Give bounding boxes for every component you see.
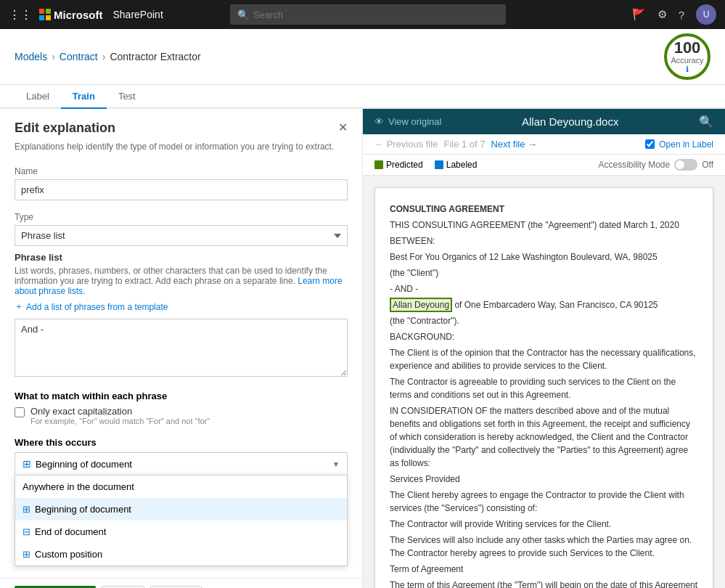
end-icon: ⊟	[22, 526, 30, 537]
panel-title: Edit explanation	[15, 121, 115, 136]
flag-icon[interactable]: 🚩	[632, 8, 646, 21]
search-icon: 🔍	[237, 9, 249, 20]
custom-label: Custom position	[35, 549, 102, 560]
phrase-textarea[interactable]: And -	[15, 319, 348, 377]
where-dropdown-selected[interactable]: ⊞ Beginning of document ▼	[15, 453, 347, 475]
learn-more-link[interactable]: Learn more about phrase lists.	[15, 276, 343, 296]
file-info: File 1 of 7	[443, 139, 485, 150]
accuracy-value: 100	[674, 40, 701, 56]
open-in-label[interactable]: Open in Label	[659, 139, 713, 150]
phrase-list-description: List words, phrases, numbers, or other c…	[15, 266, 348, 296]
doc-line-7: (the "Contractor").	[390, 314, 698, 327]
where-dropdown[interactable]: ⊞ Beginning of document ▼ Anywhere in th…	[15, 452, 348, 475]
help-icon[interactable]: ?	[679, 9, 684, 21]
doc-line-16: Term of Agreement	[390, 563, 698, 576]
close-button[interactable]: ✕	[338, 121, 348, 134]
type-label: Type	[15, 212, 348, 222]
breadcrumb-models[interactable]: Models	[15, 51, 47, 62]
doc-legend: Predicted Labeled Accessibility Mode Off	[363, 155, 725, 176]
microsoft-logo: Microsoft	[39, 9, 103, 21]
option-custom[interactable]: ⊞ Custom position	[15, 543, 347, 565]
ms-squares-icon	[39, 9, 51, 20]
add-phrases-label: Add a list of phrases from a template	[26, 302, 168, 312]
highlighted-name: Allan Deyoung	[390, 298, 452, 312]
where-section: Where this occurs ⊞ Beginning of documen…	[0, 431, 362, 481]
nav-right-icons: 🚩 ⚙ ? U	[632, 4, 716, 25]
predicted-color	[374, 160, 383, 169]
eye-icon: 👁	[374, 116, 384, 127]
doc-line-5: - AND -	[390, 282, 698, 295]
accessibility-mode-label: Accessibility Mode	[599, 160, 671, 170]
doc-line-8: BACKGROUND:	[390, 330, 698, 343]
option-anywhere[interactable]: Anywhere in the document	[15, 475, 347, 498]
accuracy-label: Accuracy	[671, 56, 703, 65]
end-label: End of document	[35, 526, 106, 537]
capitalization-label[interactable]: Only exact capitalization	[30, 406, 132, 417]
capitalization-sublabel: For example, "For" would match "For" and…	[30, 417, 210, 425]
next-file-link[interactable]: Next file →	[491, 139, 538, 150]
beginning-label: Beginning of document	[35, 504, 131, 515]
option-beginning[interactable]: ⊞ Beginning of document	[15, 498, 347, 520]
view-original-link[interactable]: 👁 View original	[374, 116, 441, 127]
search-box[interactable]: 🔍	[230, 4, 506, 25]
tab-test[interactable]: Test	[107, 85, 147, 109]
doc-line-15: The Services will also include any other…	[390, 534, 698, 560]
doc-nav-left: ← Previous file File 1 of 7 Next file →	[374, 139, 537, 150]
settings-icon[interactable]: ⚙	[658, 8, 667, 21]
doc-content: CONSULTING AGREEMENT THIS CONSULTING AGR…	[363, 176, 725, 588]
doc-line-12: Services Provided	[390, 473, 698, 486]
accuracy-info-icon[interactable]: ℹ	[686, 65, 689, 74]
search-input[interactable]	[253, 9, 499, 20]
breadcrumb-current: Contractor Extractor	[110, 51, 200, 62]
panel-description: Explanations help identify the type of m…	[0, 142, 362, 160]
doc-line-14: The Contractor will provide Writing serv…	[390, 518, 698, 531]
name-label: Name	[15, 166, 348, 176]
page-header: Models › Contract › Contractor Extractor…	[0, 29, 725, 85]
avatar[interactable]: U	[696, 4, 716, 25]
doc-line-0: CONSULTING AGREEMENT	[390, 203, 698, 216]
where-selected-text: Beginning of document	[36, 459, 132, 470]
type-section: Type Phrase list	[0, 206, 362, 252]
custom-icon: ⊞	[22, 549, 30, 560]
name-section: Name	[0, 160, 362, 206]
microsoft-text: Microsoft	[54, 9, 103, 21]
main-area: Edit explanation ✕ Explanations help ide…	[0, 109, 725, 588]
prev-file-link[interactable]: ← Previous file	[374, 139, 438, 150]
name-input[interactable]	[15, 179, 348, 200]
tab-label[interactable]: Label	[15, 85, 61, 109]
anywhere-label: Anywhere in the document	[22, 481, 134, 492]
add-phrases-link[interactable]: ＋ Add a list of phrases from a template	[15, 301, 348, 313]
breadcrumb-sep-2: ›	[102, 51, 106, 62]
doc-header: 👁 View original Allan Deyoung.docx 🔍	[363, 109, 725, 134]
labeled-label: Labeled	[446, 160, 478, 170]
option-end[interactable]: ⊟ End of document	[15, 520, 347, 543]
labeled-color	[435, 160, 443, 169]
action-bar: Save and train Save Cancel	[0, 578, 362, 588]
doc-line-13: The Client hereby agrees to engage the C…	[390, 489, 698, 515]
capitalization-checkbox[interactable]	[15, 407, 25, 417]
view-original-label: View original	[388, 116, 441, 127]
where-title: Where this occurs	[15, 437, 348, 448]
location-icon: ⊞	[22, 458, 31, 470]
where-options-list: Anywhere in the document ⊞ Beginning of …	[15, 475, 348, 566]
open-in-checkbox[interactable]	[645, 139, 655, 149]
document-page: CONSULTING AGREEMENT THIS CONSULTING AGR…	[374, 187, 713, 588]
breadcrumb-contract[interactable]: Contract	[60, 51, 98, 62]
doc-line-6: Allan Deyoung of One Embarcadero Way, Sa…	[390, 298, 698, 311]
type-select[interactable]: Phrase list	[15, 225, 348, 246]
capitalization-row: Only exact capitalization For example, "…	[15, 406, 348, 425]
panel-header: Edit explanation ✕	[0, 109, 362, 142]
beginning-icon: ⊞	[22, 504, 30, 515]
doc-nav-right: Open in Label	[645, 139, 713, 150]
doc-line-17: The term of this Agreement (the "Term") …	[390, 579, 698, 588]
doc-search-icon[interactable]: 🔍	[699, 115, 713, 128]
toggle-switch[interactable]	[674, 159, 697, 171]
tab-train[interactable]: Train	[61, 85, 107, 109]
plus-icon: ＋	[15, 301, 23, 313]
doc-line-11: IN CONSIDERATION OF the matters describe…	[390, 404, 698, 470]
doc-line-9: The Client is of the opinion that the Co…	[390, 346, 698, 372]
grid-icon[interactable]: ⋮⋮	[9, 8, 32, 22]
doc-name: Allan Deyoung.docx	[441, 115, 699, 128]
breadcrumb-sep-1: ›	[52, 51, 55, 62]
match-section: What to match within each phrase Only ex…	[0, 385, 362, 431]
